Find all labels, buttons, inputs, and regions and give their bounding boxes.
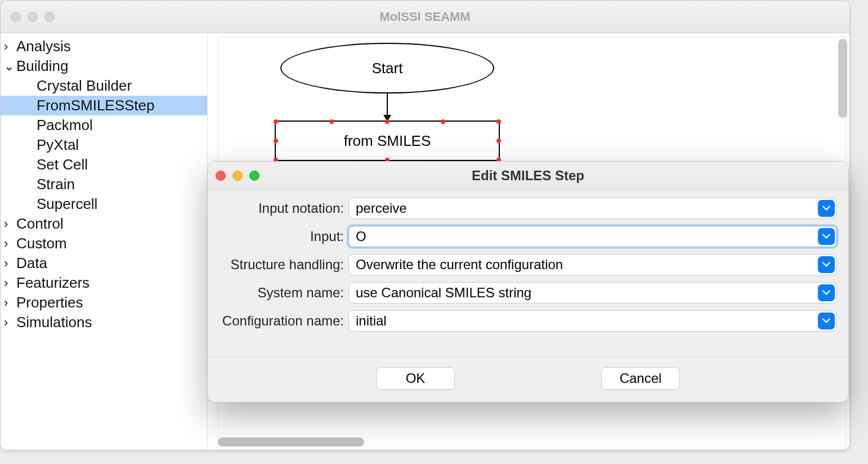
zoom-icon[interactable]	[44, 12, 55, 22]
chevron-right-icon: ›	[4, 256, 16, 271]
close-icon[interactable]	[11, 12, 21, 22]
start-node-label: Start	[372, 60, 403, 77]
config-name-input[interactable]	[348, 310, 837, 332]
tree-group-label: Simulations	[16, 314, 92, 331]
horizontal-scrollbar[interactable]	[218, 438, 364, 447]
chevron-down-icon[interactable]	[818, 228, 835, 245]
minimize-icon[interactable]	[232, 171, 243, 181]
structure-combobox[interactable]	[348, 254, 837, 275]
port-icon[interactable]	[274, 139, 278, 143]
input-notation-combobox[interactable]	[348, 198, 837, 219]
field-label: Input notation:	[213, 200, 348, 216]
tree-item-label: Packmol	[37, 117, 93, 134]
chevron-down-icon[interactable]	[818, 284, 835, 301]
field-label: Configuration name:	[213, 313, 348, 329]
tree-group-properties[interactable]: ›Properties	[1, 293, 207, 313]
cancel-button[interactable]: Cancel	[601, 367, 680, 390]
tree-group-simulations[interactable]: ›Simulations	[1, 313, 207, 332]
traffic-lights	[11, 12, 55, 22]
tree-item-packmol[interactable]: Packmol	[1, 115, 207, 135]
port-icon[interactable]	[496, 119, 501, 124]
tree-item-fromsmilesstep[interactable]: FromSMILESStep	[1, 96, 207, 115]
chevron-right-icon: ›	[4, 296, 16, 310]
port-icon[interactable]	[496, 139, 501, 143]
tree-group-label: Data	[16, 255, 47, 272]
tree-group-label: Control	[16, 215, 64, 233]
field-label: Input:	[213, 229, 348, 244]
field-row-structure: Structure handling:	[213, 254, 837, 275]
tree-item-label: Crystal Builder	[37, 77, 132, 95]
port-icon[interactable]	[385, 119, 390, 124]
tree-group-label: Analysis	[16, 38, 71, 55]
vertical-scrollbar[interactable]	[838, 39, 847, 118]
chevron-down-icon: ⌄	[4, 59, 16, 74]
start-node[interactable]: Start	[280, 43, 494, 93]
tree-group-custom[interactable]: ›Custom	[1, 234, 207, 253]
tree-group-featurizers[interactable]: ›Featurizers	[1, 273, 207, 293]
edit-step-dialog: Edit SMILES Step Input notation:Input:St…	[207, 161, 849, 403]
zoom-icon[interactable]	[249, 171, 259, 181]
tree-item-label: Strain	[37, 176, 75, 193]
port-icon[interactable]	[274, 119, 278, 124]
dialog-traffic-lights	[216, 171, 259, 181]
chevron-right-icon: ›	[4, 315, 16, 330]
step-node-label: from SMILES	[344, 132, 431, 150]
titlebar: MolSSI SEAMM	[1, 1, 849, 33]
step-node[interactable]: from SMILES	[275, 121, 500, 161]
input-notation-input[interactable]	[348, 198, 837, 219]
field-label: Structure handling:	[213, 257, 348, 273]
input-input[interactable]	[348, 226, 837, 247]
tree-item-strain[interactable]: Strain	[1, 175, 207, 194]
chevron-down-icon[interactable]	[818, 313, 835, 329]
close-icon[interactable]	[216, 171, 226, 181]
dialog-title: Edit SMILES Step	[208, 168, 848, 184]
tree-group-label: Building	[16, 57, 69, 75]
config-name-combobox[interactable]	[348, 310, 837, 332]
minimize-icon[interactable]	[28, 12, 38, 22]
chevron-right-icon: ›	[4, 39, 16, 54]
tree-item-label: FromSMILESStep	[37, 97, 155, 114]
system-name-input[interactable]	[348, 282, 837, 304]
window-title: MolSSI SEAMM	[1, 10, 849, 24]
input-combobox[interactable]	[348, 226, 837, 247]
tree-group-data[interactable]: ›Data	[1, 253, 207, 273]
tree-item-set-cell[interactable]: Set Cell	[1, 155, 207, 175]
dialog-titlebar: Edit SMILES Step	[208, 162, 848, 190]
tree-group-building[interactable]: ⌄Building	[1, 56, 207, 76]
port-icon[interactable]	[441, 119, 445, 124]
chevron-down-icon[interactable]	[818, 256, 835, 273]
separator	[208, 356, 848, 357]
tree-group-label: Properties	[16, 294, 83, 311]
ok-button[interactable]: OK	[376, 367, 455, 390]
structure-input[interactable]	[348, 254, 837, 275]
field-row-input: Input:	[213, 226, 837, 247]
tree-item-pyxtal[interactable]: PyXtal	[1, 135, 207, 155]
tree-item-crystal-builder[interactable]: Crystal Builder	[1, 76, 207, 96]
chevron-down-icon[interactable]	[818, 200, 835, 217]
tree-group-label: Custom	[16, 235, 67, 252]
port-icon[interactable]	[329, 119, 334, 124]
tree-item-label: PyXtal	[37, 136, 79, 154]
system-name-combobox[interactable]	[348, 282, 837, 304]
field-row-config-name: Configuration name:	[213, 310, 837, 332]
field-label: System name:	[213, 285, 348, 301]
tree-group-control[interactable]: ›Control	[1, 214, 207, 234]
sidebar: ›Analysis⌄BuildingCrystal BuilderFromSMI…	[1, 33, 208, 450]
tree-group-label: Featurizers	[16, 274, 90, 292]
chevron-right-icon: ›	[4, 217, 16, 231]
chevron-right-icon: ›	[4, 276, 16, 291]
tree-group-analysis[interactable]: ›Analysis	[1, 37, 207, 56]
chevron-right-icon: ›	[4, 237, 16, 251]
field-row-input-notation: Input notation:	[213, 198, 837, 219]
tree-item-label: Set Cell	[37, 156, 88, 173]
field-row-system-name: System name:	[213, 282, 837, 304]
tree-item-label: Supercell	[37, 195, 97, 213]
tree-item-supercell[interactable]: Supercell	[1, 194, 207, 214]
